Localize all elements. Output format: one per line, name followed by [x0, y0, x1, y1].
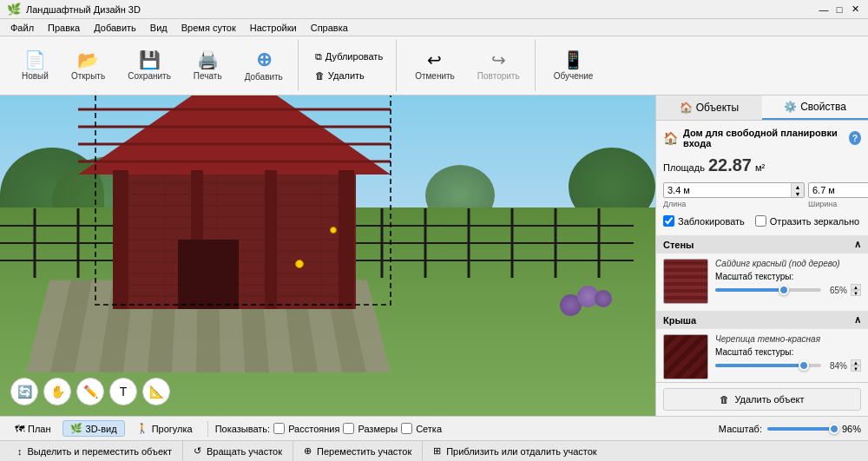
status-select-move[interactable]: ↕ Выделить и переместить объект	[7, 441, 183, 461]
status-move-area[interactable]: ⊕ Переместить участок	[293, 441, 423, 461]
house-object[interactable]	[78, 95, 408, 312]
mirror-checkbox-label[interactable]: Отразить зеркально	[755, 215, 859, 227]
dimensions-row: ▲ ▼ Длина ▲ ▼ Ширина	[663, 182, 861, 208]
roof-texture-item: Черепица темно-красная Масштаб текстуры:…	[663, 334, 861, 379]
length-field[interactable]	[664, 183, 791, 197]
wall-scale-slider-row: 65% ▲ ▼	[715, 284, 861, 296]
menubar: Файл Правка Добавить Вид Время суток Нас…	[0, 19, 868, 36]
panel-content-area: 🏠 Дом для свободной планировки входа ? П…	[656, 121, 868, 382]
add-button[interactable]: ⊕ Добавить	[237, 46, 291, 86]
select-move-icon: ↕	[17, 446, 23, 457]
roof-scale-slider[interactable]	[715, 359, 821, 372]
menu-help[interactable]: Справка	[304, 21, 355, 35]
length-input: ▲ ▼ Длина	[663, 182, 805, 208]
new-button[interactable]: 📄 Новый	[14, 47, 56, 85]
menu-file[interactable]: Файл	[3, 21, 41, 35]
marker-dot-2	[330, 227, 337, 234]
close-button[interactable]: ✕	[849, 3, 861, 16]
walls-section-header[interactable]: Стены ∧	[656, 235, 868, 254]
svg-rect-40	[339, 170, 354, 309]
delete-button[interactable]: 🗑 Удалить	[309, 68, 389, 83]
new-icon: 📄	[24, 51, 46, 69]
3d-icon: 🌿	[70, 423, 82, 434]
minimize-button[interactable]: —	[818, 3, 830, 16]
walls-texture-preview[interactable]	[663, 259, 708, 304]
right-panel: 🏠 Объекты ⚙️ Свойства 🏠 Дом для свободно…	[655, 95, 868, 416]
redo-button[interactable]: ↪ Повторить	[470, 47, 528, 85]
app-title: Ландшафтный Дизайн 3D	[26, 4, 818, 15]
roof-texture-section: Черепица темно-красная Масштаб текстуры:…	[663, 334, 861, 379]
open-button[interactable]: 📂 Открыть	[63, 47, 113, 85]
roof-scale-slider-row: 84% ▲ ▼	[715, 359, 861, 372]
select-tool-button[interactable]: ✏️	[76, 378, 104, 405]
help-button[interactable]: ?	[849, 131, 861, 145]
scale-slider[interactable]	[767, 423, 837, 435]
plan-view-button[interactable]: 🗺 План	[7, 421, 59, 437]
rotate-tool-button[interactable]: 🔄	[10, 378, 38, 405]
menu-edit[interactable]: Правка	[41, 21, 87, 35]
duplicate-button[interactable]: ⧉ Дублировать	[309, 49, 389, 65]
open-icon: 📂	[77, 51, 99, 69]
distances-checkbox-label[interactable]: Расстояния	[273, 423, 339, 434]
area-row: Площадь 22.87 м²	[663, 155, 861, 175]
wall-scale-spin: ▲ ▼	[851, 284, 861, 296]
flower-bush	[560, 277, 629, 329]
measure-tool-button[interactable]: 📐	[142, 378, 170, 405]
mirror-checkbox[interactable]	[755, 215, 766, 227]
viewport[interactable]: 🔄 ✋ ✏️ T 📐	[0, 95, 655, 416]
learn-icon: 📱	[562, 51, 584, 69]
status-zoom[interactable]: ⊞ Приблизить или отдалить участок	[423, 441, 607, 461]
undo-icon: ↩	[427, 51, 442, 69]
menu-add[interactable]: Добавить	[87, 21, 143, 35]
object-thumbnail: 🏠	[663, 131, 678, 145]
save-icon: 💾	[139, 51, 161, 69]
walls-texture-item: Сайдинг красный (под дерево) Масштаб тек…	[663, 259, 861, 304]
3d-view-button[interactable]: 🌿 3D-вид	[62, 420, 125, 437]
print-button[interactable]: 🖨️ Печать	[186, 47, 230, 85]
tab-properties[interactable]: ⚙️ Свойства	[762, 95, 868, 120]
sizes-checkbox-label[interactable]: Размеры	[343, 423, 398, 434]
main-area: 🔄 ✋ ✏️ T 📐 🏠 Объекты ⚙️ Свойства 🏠	[0, 95, 868, 416]
roof-texture-preview[interactable]	[663, 334, 708, 379]
delete-object-icon: 🗑	[720, 394, 729, 405]
roof-scale-down[interactable]: ▼	[851, 366, 861, 372]
delete-icon: 🗑	[315, 70, 325, 81]
wall-scale-slider[interactable]	[715, 284, 821, 296]
delete-object-button[interactable]: 🗑 Удалить объект	[663, 388, 861, 411]
menu-time[interactable]: Время суток	[174, 21, 243, 35]
menu-settings[interactable]: Настройки	[243, 21, 304, 35]
maximize-button[interactable]: □	[833, 3, 845, 16]
length-up[interactable]: ▲	[792, 183, 804, 190]
grid-checkbox-label[interactable]: Сетка	[401, 423, 442, 434]
width-field[interactable]	[809, 183, 868, 197]
objects-icon: 🏠	[680, 102, 693, 114]
wall-scale-down[interactable]: ▼	[851, 290, 861, 296]
roof-scale-up[interactable]: ▲	[851, 359, 861, 366]
viewport-tools: 🔄 ✋ ✏️ T 📐	[10, 378, 170, 405]
wall-scale-up[interactable]: ▲	[851, 284, 861, 290]
object-name-row: 🏠 Дом для свободной планировки входа ?	[663, 128, 861, 148]
delete-btn-container: 🗑 Удалить объект	[656, 382, 868, 416]
undo-button[interactable]: ↩ Отменить	[407, 47, 463, 85]
save-button[interactable]: 💾 Сохранить	[120, 47, 179, 85]
pan-tool-button[interactable]: ✋	[43, 378, 71, 405]
duplicate-icon: ⧉	[315, 51, 322, 63]
text-tool-button[interactable]: T	[109, 378, 137, 405]
status-rotate[interactable]: ↺ Вращать участок	[183, 441, 293, 461]
learn-button[interactable]: 📱 Обучение	[546, 47, 602, 85]
svg-rect-39	[113, 170, 128, 309]
lock-checkbox-label[interactable]: Заблокировать	[663, 215, 745, 227]
menu-view[interactable]: Вид	[143, 21, 174, 35]
redo-icon: ↪	[491, 51, 506, 69]
distances-checkbox[interactable]	[273, 423, 285, 434]
roof-section-header[interactable]: Крыша ∧	[656, 311, 868, 329]
walk-view-button[interactable]: 🚶 Прогулка	[128, 420, 201, 437]
length-down[interactable]: ▼	[792, 190, 804, 197]
plan-icon: 🗺	[15, 424, 24, 434]
sizes-checkbox[interactable]	[343, 423, 354, 434]
lock-checkbox[interactable]	[663, 215, 674, 227]
bottom-toolbar: 🗺 План 🌿 3D-вид 🚶 Прогулка Показывать: Р…	[0, 416, 868, 440]
tab-objects[interactable]: 🏠 Объекты	[656, 95, 762, 120]
toolbar: 📄 Новый 📂 Открыть 💾 Сохранить 🖨️ Печать …	[0, 36, 868, 95]
grid-checkbox[interactable]	[401, 423, 412, 434]
